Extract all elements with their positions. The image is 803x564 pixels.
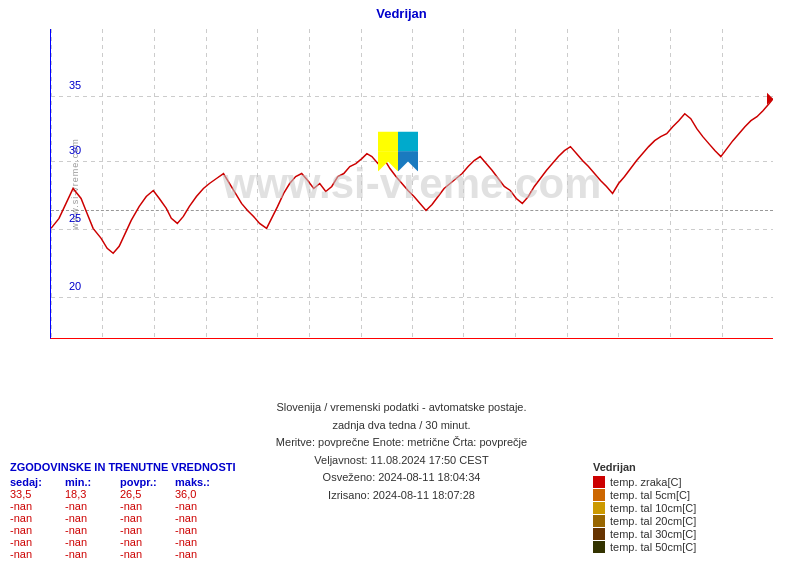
table-row-2: -nan -nan -nan -nan [10,512,563,524]
chart-title: Vedrijan [0,0,803,21]
chart-area: www.si-vreme.com www.si-vreme.com [50,29,773,339]
header-povpr: povpr.: [120,476,175,488]
legend-section: Vedrijan temp. zraka[C] temp. tal 5cm[C]… [593,461,793,554]
y-label-30: 30 [69,144,81,156]
y-label-20: 20 [69,280,81,292]
legend-item-0: temp. zraka[C] [593,476,793,488]
row0-min: 18,3 [65,488,120,500]
legend-item-1: temp. tal 5cm[C] [593,489,793,501]
legend-color-2 [593,502,605,514]
row1-sedaj: -nan [10,500,65,512]
row2-maks: -nan [175,512,230,524]
table-row-4: -nan -nan -nan -nan [10,536,563,548]
table-row-5: -nan -nan -nan -nan [10,548,563,560]
legend-item-3: temp. tal 20cm[C] [593,515,793,527]
legend-label-5: temp. tal 50cm[C] [610,541,696,553]
table-row-3: -nan -nan -nan -nan [10,524,563,536]
row5-povpr: -nan [120,548,175,560]
row3-sedaj: -nan [10,524,65,536]
temperature-chart [51,29,773,338]
legend-color-1 [593,489,605,501]
legend-color-4 [593,528,605,540]
row0-povpr: 26,5 [120,488,175,500]
chart-container: Vedrijan www.si-vreme.com www.si-vreme.c… [0,0,803,564]
header-sedaj: sedaj: [10,476,65,488]
legend-color-5 [593,541,605,553]
bottom-section: ZGODOVINSKE IN TRENUTNE VREDNOSTI sedaj:… [0,455,803,564]
row3-min: -nan [65,524,120,536]
row5-sedaj: -nan [10,548,65,560]
row3-povpr: -nan [120,524,175,536]
header-maks: maks.: [175,476,230,488]
legend-color-3 [593,515,605,527]
logo-badge [378,131,418,174]
row1-povpr: -nan [120,500,175,512]
y-label-25: 25 [69,212,81,224]
row0-sedaj: 33,5 [10,488,65,500]
table-header-row: sedaj: min.: povpr.: maks.: [10,476,563,488]
table-row-1: -nan -nan -nan -nan [10,500,563,512]
legend-item-2: temp. tal 10cm[C] [593,502,793,514]
row4-min: -nan [65,536,120,548]
legend-color-0 [593,476,605,488]
row2-min: -nan [65,512,120,524]
legend-label-1: temp. tal 5cm[C] [610,489,690,501]
legend-label-0: temp. zraka[C] [610,476,682,488]
history-title: ZGODOVINSKE IN TRENUTNE VREDNOSTI [10,461,563,473]
row5-min: -nan [65,548,120,560]
row5-maks: -nan [175,548,230,560]
row1-min: -nan [65,500,120,512]
legend-label-2: temp. tal 10cm[C] [610,502,696,514]
table-row-0: 33,5 18,3 26,5 36,0 [10,488,563,500]
legend-label-3: temp. tal 20cm[C] [610,515,696,527]
legend-label-4: temp. tal 30cm[C] [610,528,696,540]
y-label-35: 35 [69,79,81,91]
row4-povpr: -nan [120,536,175,548]
legend-item-4: temp. tal 30cm[C] [593,528,793,540]
row2-povpr: -nan [120,512,175,524]
row4-maks: -nan [175,536,230,548]
info-line1: Slovenija / vremenski podatki - avtomats… [0,399,803,417]
row1-maks: -nan [175,500,230,512]
row4-sedaj: -nan [10,536,65,548]
legend-item-5: temp. tal 50cm[C] [593,541,793,553]
info-line3: Meritve: povprečne Enote: metrične Črta:… [0,434,803,452]
svg-rect-0 [378,131,398,151]
legend-title: Vedrijan [593,461,793,473]
header-min: min.: [65,476,120,488]
info-line2: zadnja dva tedna / 30 minut. [0,417,803,435]
row2-sedaj: -nan [10,512,65,524]
history-table: ZGODOVINSKE IN TRENUTNE VREDNOSTI sedaj:… [10,461,563,560]
svg-rect-1 [398,131,418,151]
table-section: ZGODOVINSKE IN TRENUTNE VREDNOSTI sedaj:… [10,461,793,560]
row0-maks: 36,0 [175,488,230,500]
row3-maks: -nan [175,524,230,536]
